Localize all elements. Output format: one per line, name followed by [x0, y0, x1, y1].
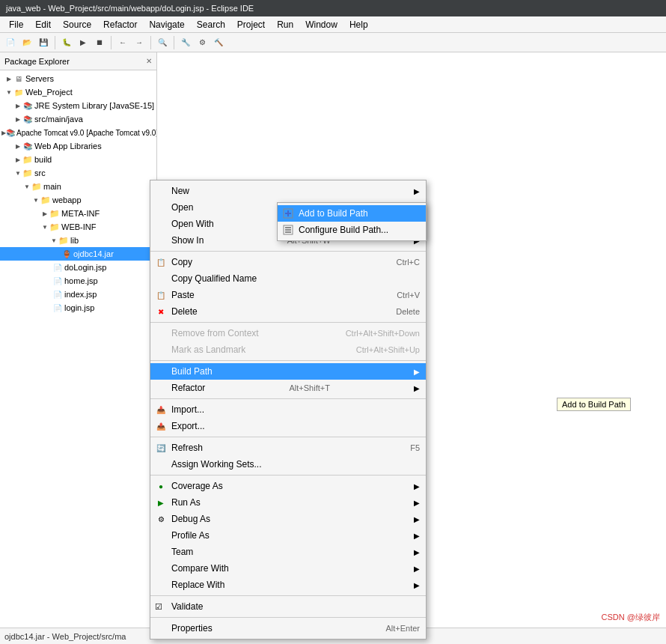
ctx-replace-with[interactable]: Replace With ▶ [150, 577, 426, 593]
ctx-build-path[interactable]: Build Path ▶ [150, 363, 426, 380]
icon-src-main-java: 📚 [22, 114, 33, 124]
tree-item-lib[interactable]: ▼ 📁 lib [0, 234, 156, 247]
tree-item-index[interactable]: 📄 index.jsp [0, 288, 156, 301]
toolbar-sep4 [174, 36, 174, 49]
toolbar-new[interactable]: 📄 [3, 35, 18, 50]
ctx-new[interactable]: New ▶ [150, 183, 426, 199]
tree-item-src-main-java[interactable]: ▶ 📚 src/main/java [0, 112, 156, 126]
menu-search[interactable]: Search [191, 18, 231, 31]
sub-add-to-build-path[interactable]: Add to Build Path [278, 205, 426, 222]
ctx-assign-working[interactable]: Assign Working Sets... [150, 456, 426, 473]
context-menu: New ▶ Open F3 Open With ▶ Show In Alt+Sh… [150, 180, 427, 640]
menu-navigate[interactable]: Navigate [143, 18, 190, 31]
ctx-refactor-shortcut: Alt+Shift+T [289, 383, 329, 392]
toolbar-prev[interactable]: ← [115, 35, 130, 50]
toolbar-open[interactable]: 📂 [19, 35, 34, 50]
tree-item-web-project[interactable]: ▼ 📁 Web_Project [0, 85, 156, 99]
ctx-mark-landmark-shortcut: Ctrl+Alt+Shift+Up [356, 345, 420, 354]
icon-dologin: 📄 [52, 262, 63, 273]
tree-item-ojdbc[interactable]: 🏺 ojdbc14.jar [0, 247, 156, 261]
arrow-webapp: ▼ [31, 197, 40, 204]
ctx-sep7 [150, 595, 426, 596]
tree-item-jre[interactable]: ▶ 📚 JRE System Library [JavaSE-15] [0, 99, 156, 112]
label-webapp: webapp [52, 195, 82, 204]
label-ojdbc: ojdbc14.jar [73, 249, 114, 258]
icon-src: 📁 [22, 168, 33, 178]
watermark-text: CSDN @绿彼岸 [602, 613, 660, 622]
icon-lib: 📁 [58, 235, 69, 246]
tree-item-metainf[interactable]: ▶ 📁 META-INF [0, 207, 156, 220]
add-to-build-path-icon [282, 207, 294, 219]
tree-item-dologin[interactable]: 📄 doLogin.jsp [0, 261, 156, 274]
ctx-refresh[interactable]: 🔄 Refresh F5 [150, 440, 426, 456]
ctx-profile-as-arrow: ▶ [414, 532, 420, 540]
ctx-copy[interactable]: 📋 Copy Ctrl+C [150, 254, 426, 270]
toolbar-run[interactable]: ▶ [76, 35, 91, 50]
ctx-team[interactable]: Team ▶ [150, 544, 426, 560]
remove-context-icon [155, 327, 167, 339]
menu-project[interactable]: Project [231, 18, 271, 31]
ctx-refactor[interactable]: Refactor Alt+Shift+T ▶ [150, 380, 426, 396]
ctx-paste[interactable]: 📋 Paste Ctrl+V [150, 287, 426, 303]
menu-refactor[interactable]: Refactor [97, 18, 143, 31]
ctx-debug-as[interactable]: ⚙ Debug As ▶ [150, 511, 426, 527]
tree-item-apache[interactable]: ▶ 📚 Apache Tomcat v9.0 [Apache Tomcat v9… [0, 126, 156, 139]
menu-edit[interactable]: Edit [29, 18, 57, 31]
ctx-copy-shortcut: Ctrl+C [397, 258, 420, 267]
toolbar-debug[interactable]: 🐛 [59, 35, 74, 50]
status-text: ojdbc14.jar - Web_Project/src/ma [4, 632, 126, 641]
toolbar-search[interactable]: 🔍 [155, 35, 170, 50]
tree-item-webapp-lib[interactable]: ▶ 📚 Web App Libraries [0, 139, 156, 153]
package-explorer-close[interactable]: ✕ [146, 57, 152, 65]
ctx-compare-with[interactable]: Compare With ▶ [150, 560, 426, 577]
menu-file[interactable]: File [3, 18, 29, 31]
arrow-metainf: ▶ [40, 210, 49, 217]
ctx-run-as-label: Run As [171, 497, 201, 508]
ctx-delete[interactable]: ✖ Delete Delete [150, 303, 426, 320]
toolbar-next[interactable]: → [132, 35, 147, 50]
title-bar: java_web - Web_Project/src/main/webapp/d… [0, 0, 666, 16]
ctx-paste-label: Paste [171, 290, 195, 300]
ctx-debug-as-label: Debug As [171, 514, 210, 524]
ctx-profile-as-label: Profile As [171, 530, 210, 541]
ctx-coverage-as[interactable]: ● Coverage As ▶ [150, 478, 426, 494]
toolbar-save[interactable]: 💾 [36, 35, 51, 50]
icon-home: 📄 [52, 276, 63, 286]
ctx-properties[interactable]: Properties Alt+Enter [150, 620, 426, 637]
ctx-refactor-label: Refactor [171, 383, 205, 393]
ctx-copy-qualified[interactable]: Copy Qualified Name [150, 270, 426, 287]
ctx-import[interactable]: 📥 Import... [150, 401, 426, 418]
ctx-export[interactable]: 📤 Export... [150, 418, 426, 434]
menu-source[interactable]: Source [57, 18, 97, 31]
ctx-profile-as[interactable]: Profile As ▶ [150, 527, 426, 544]
toolbar-stop[interactable]: ⏹ [92, 35, 107, 50]
toolbar-ext3[interactable]: 🔨 [211, 35, 226, 50]
icon-project: 📁 [13, 87, 24, 97]
ctx-validate[interactable]: ☑ Validate [150, 598, 426, 615]
menu-help[interactable]: Help [343, 18, 374, 31]
icon-build: 📁 [22, 154, 33, 165]
ctx-compare-with-arrow: ▶ [414, 565, 420, 573]
toolbar: 📄 📂 💾 🐛 ▶ ⏹ ← → 🔍 🔧 ⚙ 🔨 [0, 33, 666, 52]
sub-configure-build-path[interactable]: Configure Build Path... [278, 222, 426, 238]
tree-item-webapp[interactable]: ▼ 📁 webapp [0, 193, 156, 207]
export-icon: 📤 [155, 420, 167, 432]
menu-window[interactable]: Window [299, 18, 343, 31]
tree-item-servers[interactable]: ▶ 🖥 Servers [0, 72, 156, 85]
tree-item-src[interactable]: ▼ 📁 src [0, 166, 156, 180]
tree-item-main[interactable]: ▼ 📁 main [0, 180, 156, 193]
menu-run[interactable]: Run [271, 18, 299, 31]
profile-as-icon [155, 529, 167, 541]
ctx-run-as[interactable]: ▶ Run As ▶ [150, 494, 426, 511]
ctx-show-in-label: Show In [171, 235, 204, 246]
tree-item-home[interactable]: 📄 home.jsp [0, 274, 156, 288]
toolbar-ext1[interactable]: 🔧 [178, 35, 193, 50]
tree-item-login[interactable]: 📄 login.jsp [0, 301, 156, 315]
ctx-coverage-as-arrow: ▶ [414, 482, 420, 490]
watermark: CSDN @绿彼岸 [602, 612, 660, 623]
tree-item-webinf[interactable]: ▼ 📁 WEB-INF [0, 220, 156, 234]
label-home: home.jsp [64, 276, 98, 285]
toolbar-ext2[interactable]: ⚙ [195, 35, 210, 50]
tree-item-build[interactable]: ▶ 📁 build [0, 153, 156, 166]
run-as-icon: ▶ [155, 496, 167, 508]
